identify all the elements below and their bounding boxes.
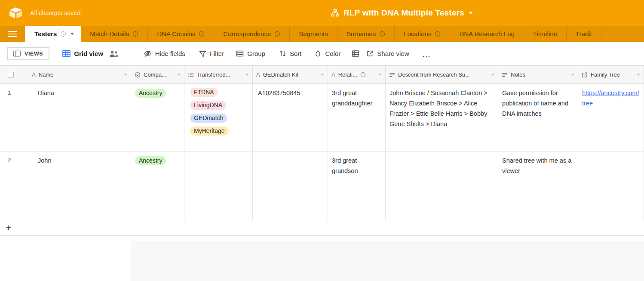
grid-view: A Name Compa... (0, 65, 644, 281)
long-text-field-icon (502, 72, 508, 78)
cell-transferred[interactable]: FTDNA LivingDNA GEDmatch MyHeritage (184, 84, 253, 151)
airtable-logo[interactable] (9, 7, 23, 19)
row-height-icon[interactable] (352, 50, 359, 57)
sort-button[interactable]: Sort (279, 50, 302, 57)
column-header-family-tree[interactable]: Family Tree (578, 66, 644, 83)
more-options-button[interactable]: … (422, 52, 431, 56)
chevron-down-icon[interactable] (378, 74, 382, 76)
chevron-down-icon[interactable] (321, 74, 324, 76)
chevron-down-icon[interactable] (571, 74, 574, 76)
table-tab-bar: Testers Match Details DNA Cousins (0, 26, 644, 42)
table-row: 1 Diana Ancestry FTDNA LivingDNA GEDmatc… (0, 84, 644, 151)
chevron-down-icon[interactable] (491, 74, 494, 76)
row-number[interactable]: 2 (0, 151, 28, 220)
text-field-icon: A (331, 71, 335, 78)
group-button[interactable]: Group (236, 50, 265, 57)
tab-traditions[interactable]: Tradit (567, 26, 601, 42)
select-option: Ancestry (135, 89, 166, 98)
cell-relationship[interactable]: 3rd great granddaughter (328, 84, 386, 151)
info-icon (435, 31, 441, 37)
hide-fields-button[interactable]: Hide fields (144, 50, 185, 57)
select-option: FTDNA (190, 88, 218, 97)
column-header-gedmatch-kit[interactable]: A GEDmatch Kit (253, 66, 328, 83)
tab-locations[interactable]: Locations (395, 26, 450, 42)
views-sidebar-icon (13, 50, 21, 57)
view-toolbar: VIEWS Grid view (0, 42, 644, 65)
collaborators-icon[interactable] (109, 50, 119, 57)
filter-button[interactable]: Filter (199, 50, 224, 57)
column-header-descent[interactable]: Descent from Research Su... (386, 66, 498, 83)
tab-timeline[interactable]: Timeline (524, 26, 567, 42)
cell-descent[interactable]: John Briscoe / Susannah Clanton > Nancy … (386, 84, 498, 151)
info-icon (379, 31, 385, 37)
select-option: MyHeritage (190, 127, 229, 136)
cell-family-tree[interactable] (578, 151, 644, 220)
color-button[interactable]: Color (314, 50, 340, 57)
chevron-down-icon[interactable] (177, 74, 181, 76)
cell-notes[interactable]: Gave permission for publication of name … (498, 84, 578, 151)
views-button[interactable]: VIEWS (7, 47, 49, 60)
cell-gedmatch-kit[interactable] (253, 151, 328, 220)
info-icon (360, 72, 366, 77)
airtable-app: All changes saved RLP with DNA Multiple … (0, 0, 644, 281)
chevron-down-icon[interactable] (245, 74, 249, 76)
column-header-transferred[interactable]: Transferred... (184, 66, 253, 83)
base-title-group[interactable]: RLP with DNA Multiple Testers (331, 0, 473, 26)
filter-icon (199, 50, 206, 57)
select-all-cell (0, 66, 28, 83)
share-icon (366, 50, 374, 57)
info-icon (274, 31, 280, 37)
chevron-down-icon[interactable] (124, 74, 127, 76)
cell-gedmatch-kit[interactable]: A10283750845 (253, 84, 328, 151)
cell-family-tree[interactable]: https://ancestry.com/tree (578, 84, 644, 151)
select-option: GEDmatch (190, 114, 227, 123)
info-icon (132, 31, 138, 37)
column-header-name[interactable]: A Name (28, 66, 131, 83)
tab-dna-cousins[interactable]: DNA Cousins (148, 26, 214, 42)
tab-correspondence[interactable]: Correspondence (214, 26, 290, 42)
text-field-icon: A (256, 71, 260, 78)
column-header-relationship[interactable]: A Relati... (328, 66, 386, 83)
group-icon (236, 50, 244, 57)
grid-empty-area (0, 236, 644, 281)
cell-name[interactable]: John (28, 151, 131, 220)
tab-dna-research-log[interactable]: DNA Research Log (450, 26, 524, 42)
grid-view-icon (62, 50, 71, 57)
cell-relationship[interactable]: 3rd great grandson (328, 151, 386, 220)
color-icon (314, 50, 322, 57)
hide-fields-icon (144, 50, 152, 57)
cell-company[interactable]: Ancestry (131, 84, 184, 151)
topbar: All changes saved RLP with DNA Multiple … (0, 0, 644, 26)
menu-icon[interactable] (0, 26, 25, 42)
tab-surnames[interactable]: Surnames (337, 26, 395, 42)
cell-transferred[interactable] (184, 151, 253, 220)
cell-name[interactable]: Diana (28, 84, 131, 151)
url-field-icon (582, 72, 588, 78)
add-row-frozen-section[interactable]: + (0, 220, 131, 235)
tab-testers[interactable]: Testers (25, 26, 81, 42)
multi-select-field-icon (188, 72, 194, 78)
table-row: 2 John Ancestry 3rd great grandson Share… (0, 151, 644, 220)
chevron-down-icon (469, 12, 473, 14)
scroll-area (131, 236, 644, 281)
cell-descent[interactable] (386, 151, 498, 220)
family-tree-link[interactable]: https://ancestry.com/tree (582, 90, 639, 107)
plus-icon[interactable]: + (6, 223, 11, 233)
row-number[interactable]: 1 (0, 84, 28, 151)
share-view-button[interactable]: Share view (366, 50, 409, 57)
cell-notes[interactable]: Shared tree with me as a viewer (498, 151, 578, 220)
text-field-icon: A (32, 71, 36, 78)
grid-view-button[interactable]: Grid view (62, 50, 103, 57)
frozen-column-empty-area (0, 236, 131, 281)
tab-segments[interactable]: Segments (290, 26, 337, 42)
grid-header-row: A Name Compa... (0, 65, 644, 84)
select-option: LivingDNA (190, 101, 226, 110)
select-all-checkbox[interactable] (8, 72, 14, 78)
add-row[interactable]: + (0, 220, 644, 236)
chevron-down-icon[interactable] (637, 74, 640, 76)
info-icon (199, 31, 205, 37)
tab-match-details[interactable]: Match Details (81, 26, 148, 42)
column-header-company[interactable]: Compa... (131, 66, 184, 83)
cell-company[interactable]: Ancestry (131, 151, 184, 220)
column-header-notes[interactable]: Notes (498, 66, 578, 83)
